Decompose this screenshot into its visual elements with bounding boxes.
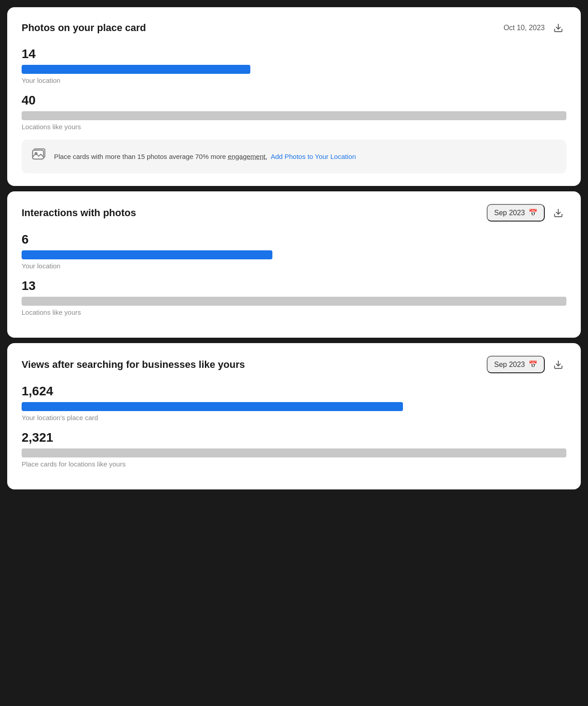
card3-date-label: Sep 2023 [494, 361, 525, 369]
card3-locations-like-yours-metric: 2,321 Place cards for locations like you… [22, 430, 566, 468]
card2-locations-bar-container [22, 297, 566, 306]
card2-locations-value: 13 [22, 279, 566, 293]
card2-date-label: Sep 2023 [494, 209, 525, 217]
card1-your-location-label: Your location [22, 77, 566, 84]
card2-title: Interactions with photos [22, 207, 136, 219]
card1-locations-bar [22, 111, 566, 120]
card3-your-location-metric: 1,624 Your location's place card [22, 384, 566, 421]
card2-download-button[interactable] [550, 205, 566, 221]
card3-locations-bar [22, 448, 566, 457]
card1-locations-like-yours-metric: 40 Locations like yours [22, 93, 566, 131]
card1-your-location-bar [22, 65, 250, 74]
card3-locations-bar-container [22, 448, 566, 457]
card2-calendar-icon: 📅 [529, 208, 538, 217]
card2-date-badge[interactable]: Sep 2023 📅 [487, 204, 545, 222]
card3-locations-label: Place cards for locations like yours [22, 460, 566, 468]
card2-header-right: Sep 2023 📅 [487, 204, 566, 222]
card1-header: Photos on your place card Oct 10, 2023 [22, 20, 566, 36]
svg-rect-3 [33, 150, 44, 159]
card1-your-location-value: 14 [22, 47, 566, 61]
image-stack-icon [31, 147, 47, 163]
card2-locations-bar [22, 297, 566, 306]
card3-download-button[interactable] [550, 357, 566, 373]
card3-your-location-bar-container [22, 402, 566, 411]
card1-info-cta-link[interactable]: Add Photos to Your Location [271, 153, 356, 160]
card1-date: Oct 10, 2023 [503, 24, 545, 32]
card2-your-location-value: 6 [22, 232, 566, 247]
card1-locations-label: Locations like yours [22, 123, 566, 131]
card1-header-right: Oct 10, 2023 [503, 20, 566, 36]
card3-date-badge[interactable]: Sep 2023 📅 [487, 356, 545, 373]
card1-locations-value: 40 [22, 93, 566, 108]
card1-your-location-bar-container [22, 65, 566, 74]
card2-your-location-metric: 6 Your location [22, 232, 566, 270]
card2-your-location-bar [22, 250, 272, 259]
card2-locations-like-yours-metric: 13 Locations like yours [22, 279, 566, 316]
card3-locations-value: 2,321 [22, 430, 566, 445]
card3-header-right: Sep 2023 📅 [487, 356, 566, 373]
card1-info-box: Place cards with more than 15 photos ave… [22, 140, 566, 173]
card3-title: Views after searching for businesses lik… [22, 359, 245, 371]
card1-info-keyword: engagement. [228, 153, 267, 160]
download-icon [553, 208, 563, 218]
card3-your-location-value: 1,624 [22, 384, 566, 398]
download-icon [553, 360, 563, 370]
card2-header: Interactions with photos Sep 2023 📅 [22, 204, 566, 222]
card2-locations-label: Locations like yours [22, 308, 566, 316]
card1-title: Photos on your place card [22, 22, 146, 34]
card1-info-text: Place cards with more than 15 photos ave… [54, 153, 356, 160]
card1-info-main-text: Place cards with more than 15 photos ave… [54, 153, 226, 160]
card1-locations-bar-container [22, 111, 566, 120]
card1-download-button[interactable] [550, 20, 566, 36]
card3-your-location-bar [22, 402, 403, 411]
photos-on-place-card-section: Photos on your place card Oct 10, 2023 1… [7, 7, 581, 186]
views-after-searching-section: Views after searching for businesses lik… [7, 343, 581, 489]
card3-header: Views after searching for businesses lik… [22, 356, 566, 373]
card2-your-location-label: Your location [22, 262, 566, 270]
card3-your-location-label: Your location's place card [22, 414, 566, 421]
card2-your-location-bar-container [22, 250, 566, 259]
interactions-with-photos-section: Interactions with photos Sep 2023 📅 6 Yo… [7, 191, 581, 338]
card3-calendar-icon: 📅 [529, 360, 538, 369]
card1-your-location-metric: 14 Your location [22, 47, 566, 84]
photos-icon [31, 147, 47, 166]
download-icon [553, 23, 563, 33]
